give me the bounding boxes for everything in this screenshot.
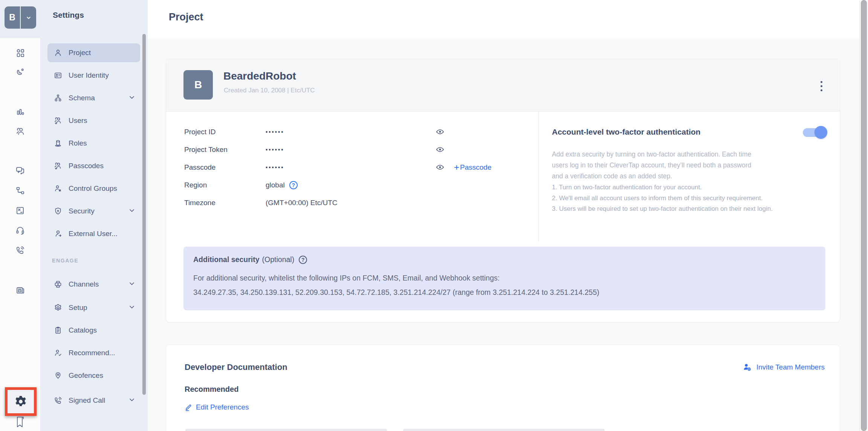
- sidebar-section-engage: ENGAGE: [52, 258, 140, 264]
- chevron-down-icon: [128, 94, 136, 103]
- project-name: BeardedRobot: [223, 70, 296, 82]
- page-scrollbar-thumb[interactable]: [861, 0, 867, 431]
- pivots-icon[interactable]: [14, 205, 26, 216]
- detail-label: Project Token: [184, 146, 266, 154]
- sidebar-item-recommendations[interactable]: Recommend...: [47, 344, 140, 362]
- project-created-text: Created Jan 10, 2008 | Etc/UTC: [224, 87, 315, 94]
- sidebar-item-catalogs[interactable]: Catalogs: [47, 321, 140, 340]
- person-plus-icon: [743, 363, 753, 372]
- icon-rail: B: [0, 0, 40, 431]
- sidebar-item-label: Control Groups: [69, 184, 117, 193]
- sidebar-scrollbar[interactable]: [142, 34, 146, 395]
- calls-phone-icon[interactable]: [14, 244, 26, 256]
- question-circle-icon[interactable]: ?: [289, 181, 298, 189]
- messages-icon[interactable]: [14, 165, 26, 176]
- sidebar-item-schema[interactable]: Schema: [47, 89, 140, 107]
- pencil-icon: [185, 403, 193, 411]
- project-card-header: B BeardedRobot Created Jan 10, 2008 | Et…: [166, 59, 840, 112]
- sidebar-item-label: Project: [69, 49, 91, 57]
- question-circle-icon[interactable]: ?: [299, 256, 307, 264]
- clevertap-settings-screen: B: [0, 0, 868, 431]
- boards-icon[interactable]: [14, 47, 26, 58]
- sidebar-item-project[interactable]: Project: [47, 43, 140, 62]
- audiences-icon[interactable]: [14, 126, 26, 137]
- settings-gear-icon[interactable]: [14, 394, 28, 409]
- users-plus-icon: [53, 116, 63, 125]
- account-logo-letter[interactable]: B: [5, 6, 21, 29]
- sidebar-nav: Project User Identity Schema Users Roles: [47, 43, 140, 414]
- sidebar-item-signed-call[interactable]: Signed Call: [47, 391, 140, 410]
- sidebar-item-setup[interactable]: Setup: [47, 298, 140, 317]
- invite-team-members-link[interactable]: Invite Team Members: [743, 363, 825, 372]
- engage-magnet-icon[interactable]: [14, 66, 26, 77]
- sidebar-item-label: Roles: [69, 139, 87, 147]
- top-hat-icon: [53, 139, 63, 148]
- detail-row-region: Region global ?: [184, 176, 491, 194]
- twofa-title: Account-level two-factor authentication: [552, 127, 833, 137]
- person-check-icon: [53, 348, 63, 357]
- sidebar-item-control-groups[interactable]: Control Groups: [47, 179, 140, 198]
- twofa-toggle[interactable]: [803, 128, 827, 137]
- sidebar-item-label: User Identity: [69, 71, 109, 80]
- detail-row-passcode: Passcode •••••• + Passcode: [184, 158, 491, 176]
- map-pin-icon: [53, 371, 63, 380]
- eye-icon[interactable]: [435, 164, 446, 171]
- additional-security-box: Additional security (Optional) ? For add…: [183, 247, 825, 310]
- sidebar-item-passcodes[interactable]: Passcodes: [47, 156, 140, 175]
- plus-icon: +: [454, 164, 459, 171]
- additional-security-title: Additional security: [193, 255, 260, 264]
- sidebar-item-users[interactable]: Users: [47, 111, 140, 130]
- eye-icon[interactable]: [435, 128, 446, 136]
- detail-value-masked: ••••••: [266, 146, 435, 153]
- project-details: Project ID •••••• Project Token •••••• P…: [184, 123, 491, 212]
- chevron-down-icon: [128, 303, 136, 313]
- sidebar-item-label: Geofences: [69, 371, 103, 380]
- detail-row-project-token: Project Token ••••••: [184, 141, 491, 158]
- detail-row-timezone: Timezone (GMT+00:00) Etc/UTC: [184, 194, 491, 212]
- kebab-menu-icon[interactable]: [814, 78, 829, 94]
- twofa-step: 2. We'll email all account users to info…: [552, 193, 833, 204]
- bookmark-icon[interactable]: [15, 416, 25, 428]
- chevron-down-icon: [128, 207, 136, 216]
- feed-icon[interactable]: [14, 284, 26, 296]
- page-title: Project: [169, 11, 203, 23]
- sidebar-title: Settings: [53, 11, 84, 20]
- sidebar-item-external-users[interactable]: External User...: [47, 224, 140, 243]
- support-headset-icon[interactable]: [14, 224, 26, 236]
- person-arrow-icon: [53, 229, 63, 238]
- add-passcode-link[interactable]: + Passcode: [454, 163, 491, 172]
- channels-icon: [53, 280, 63, 289]
- analytics-bars-icon[interactable]: [14, 106, 26, 118]
- id-card-icon: [53, 71, 63, 80]
- developer-docs-card: Developer Documentation Invite Team Memb…: [166, 345, 840, 431]
- sidebar-item-user-identity[interactable]: User Identity: [47, 66, 140, 85]
- detail-row-project-id: Project ID ••••••: [184, 123, 491, 141]
- sidebar-item-label: External User...: [69, 230, 118, 238]
- gear-icon: [53, 303, 63, 312]
- account-logo-button[interactable]: B: [5, 6, 36, 29]
- users-plus-icon: [53, 161, 63, 170]
- detail-label: Region: [184, 181, 266, 189]
- detail-value: global: [266, 181, 285, 189]
- sidebar-item-roles[interactable]: Roles: [47, 134, 140, 153]
- detail-value-masked: ••••••: [266, 164, 435, 170]
- twofa-panel: Account-level two-factor authentication …: [552, 112, 833, 215]
- sidebar-item-label: Users: [69, 117, 87, 125]
- whitelist-instruction: For additional security, whitelist the f…: [193, 274, 825, 282]
- developer-docs-title: Developer Documentation: [185, 362, 287, 372]
- twofa-step: 1. Turn on two-factor authentication for…: [552, 182, 833, 193]
- chevron-down-icon[interactable]: [21, 6, 36, 29]
- doc-card-placeholder: [403, 429, 605, 431]
- sidebar-item-channels[interactable]: Channels: [47, 275, 140, 294]
- sidebar-item-security[interactable]: Security: [47, 202, 140, 221]
- shield-lock-icon: [53, 207, 63, 216]
- clipboard-icon: [53, 326, 63, 335]
- eye-icon[interactable]: [435, 146, 446, 153]
- page-scrollbar: [859, 0, 868, 431]
- chevron-down-icon: [128, 280, 136, 289]
- sidebar-item-label: Setup: [69, 304, 87, 312]
- edit-preferences-link[interactable]: Edit Preferences: [185, 403, 249, 411]
- sidebar-item-label: Schema: [69, 94, 95, 102]
- sidebar-item-geofences[interactable]: Geofences: [47, 366, 140, 385]
- journeys-icon[interactable]: [14, 185, 26, 196]
